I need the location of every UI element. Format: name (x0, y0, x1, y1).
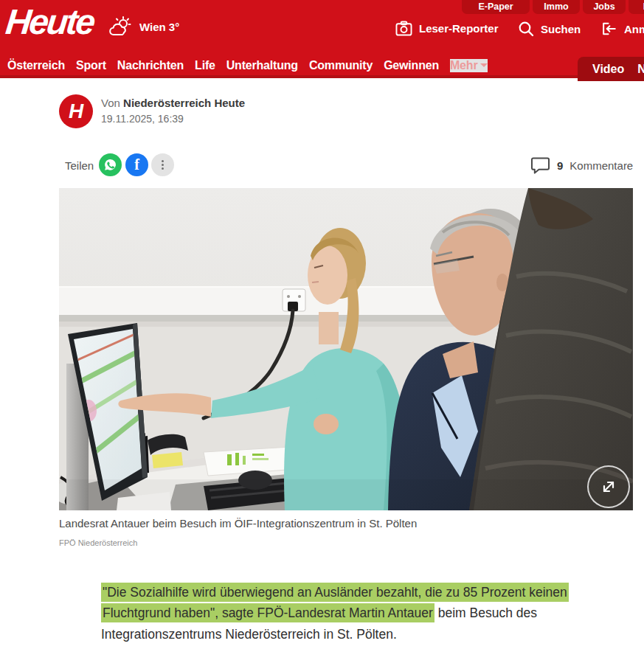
nav-item-oesterreich[interactable]: Österreich (7, 59, 65, 72)
search-button[interactable]: Suchen (518, 21, 581, 37)
tab-clipped[interactable]: M (629, 0, 644, 14)
whatsapp-icon (103, 158, 117, 172)
top-header-bar: Heute Wien 3° E-Paper Immo Jobs M (0, 0, 644, 55)
weather-text: Wien 3° (139, 21, 179, 33)
image-credit: FPÖ Niederösterreich (59, 538, 137, 547)
nav-item-nachrichten[interactable]: Nachrichten (117, 59, 184, 72)
nav-item-mehr[interactable]: Mehr (450, 59, 488, 72)
nav-item-video[interactable]: Video (592, 63, 624, 76)
author-avatar[interactable]: H (59, 94, 93, 128)
photo-scene (59, 188, 633, 510)
tab-jobs[interactable]: Jobs (583, 0, 626, 14)
page: Heute Wien 3° E-Paper Immo Jobs M (0, 0, 644, 649)
top-tabs: E-Paper Immo Jobs M (462, 0, 644, 14)
login-label: Anmelden (624, 23, 644, 35)
login-button[interactable]: Anmelden (600, 21, 644, 37)
mehr-label: Mehr (450, 59, 477, 72)
nav-item-community[interactable]: Community (309, 59, 373, 72)
comment-bubble-icon (530, 156, 550, 175)
sun-cloud-icon (108, 15, 134, 38)
author-name[interactable]: Niederösterreich Heute (123, 97, 245, 109)
heute-logo[interactable]: Heute (4, 1, 95, 42)
nav-item-gewinnen[interactable]: Gewinnen (384, 59, 439, 72)
facebook-icon: f (134, 156, 139, 173)
camera-icon (395, 21, 412, 36)
main-nav: Österreich Sport Nachrichten Life Unterh… (0, 55, 644, 78)
leser-reporter-button[interactable]: Leser-Reporter (395, 21, 499, 36)
more-dots-icon (162, 159, 164, 170)
tab-epaper[interactable]: E-Paper (462, 0, 530, 14)
tab-immo[interactable]: Immo (533, 0, 580, 14)
share-label: Teilen (65, 159, 94, 172)
chevron-down-icon (480, 63, 488, 67)
leser-reporter-label: Leser-Reporter (419, 22, 499, 35)
article-image[interactable] (59, 188, 633, 510)
login-icon (600, 21, 617, 37)
byline-author: Von Niederösterreich Heute (101, 97, 245, 109)
image-caption: Landesrat Antauer beim Besuch im ÖIF-Int… (59, 517, 417, 530)
more-share-button[interactable] (151, 153, 174, 176)
byline-prefix: Von (101, 97, 120, 109)
nav-item-life[interactable]: Life (195, 59, 215, 72)
facebook-share-button[interactable]: f (125, 153, 148, 176)
whatsapp-share-button[interactable] (99, 153, 122, 176)
nav-item-sport[interactable]: Sport (76, 59, 106, 72)
nav-item-unterhaltung[interactable]: Unterhaltung (226, 59, 298, 72)
weather-widget[interactable]: Wien 3° (108, 15, 179, 38)
article-paragraph: "Die Sozialhilfe wird überwiegend an Aus… (101, 582, 577, 645)
search-label: Suchen (541, 23, 581, 35)
expand-icon (600, 479, 617, 495)
nav-item-news[interactable]: News (637, 63, 644, 76)
comment-count: 9 (557, 159, 563, 172)
fullscreen-button[interactable] (587, 465, 630, 508)
publish-datetime: 19.11.2025, 16:39 (101, 113, 184, 125)
comments-label: Kommentare (569, 159, 633, 172)
search-icon (518, 21, 534, 37)
comments-link[interactable]: 9 Kommentare (530, 156, 633, 175)
nav-dark-section: Video News (578, 57, 644, 81)
